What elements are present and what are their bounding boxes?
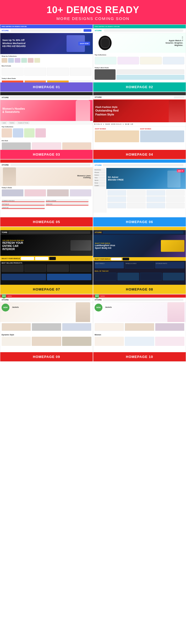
hp03-filter-2[interactable]: Fashion — [9, 122, 15, 124]
hp08-select-title: SELECT YOUR VEHICLE — [95, 258, 110, 260]
hp08-select-btn[interactable] — [123, 258, 129, 260]
hp05-categories: SUMMER DRESSES JEANS & DENIM KNITWEAR SW… — [0, 198, 93, 210]
hp02-tc-2 — [117, 57, 139, 65]
hp05-logo: XTORE — [2, 164, 9, 166]
hp03-topbar — [0, 92, 93, 95]
hp01-collections: Shop by Collections — [0, 54, 93, 64]
hp06-prod-1 — [107, 190, 126, 196]
hp10-label[interactable]: HOMEPAGE 10 — [93, 352, 186, 361]
hp10-new-badge-hero: NEW — [95, 304, 102, 312]
hp06-prod-11 — [146, 203, 165, 208]
hp02-deals: Today's Best Deals — [93, 66, 186, 81]
hp02-watch — [99, 36, 112, 50]
hp04-hero: Flash Fashion StyleOutstanding RedFashio… — [93, 100, 186, 122]
hp09-new-badge-hero: NEW — [2, 304, 9, 312]
hp09-search[interactable] — [10, 298, 90, 301]
hp05-deal-3 — [47, 189, 69, 197]
hp09-bag-2 — [32, 337, 61, 346]
hp08-cat-3[interactable]: EXTERIOR PARTS — [155, 262, 184, 268]
hp10-prod-2 — [125, 323, 154, 331]
hp03-filter-1[interactable]: Latest — [1, 122, 7, 124]
hp06-sidebar-item-6[interactable]: Home — [94, 182, 105, 184]
hp01-col-5 — [28, 58, 34, 63]
hp02-hero:  Apple Watch 7Smarter. Brighter.Mightie… — [93, 33, 186, 53]
hp01-products-row — [2, 68, 91, 76]
hp05-cat-1[interactable]: SUMMER DRESSES — [2, 199, 45, 202]
hp06-prod-row-2 — [107, 196, 185, 202]
hp04-nav: XTORE — [93, 95, 186, 100]
hp09-new-badge: NEW — [2, 294, 6, 298]
hp05-deal-1 — [2, 189, 24, 197]
hp08-label[interactable]: HOMEPAGE 08 — [93, 285, 186, 294]
hp05-cat-5[interactable]: CROPTOP — [2, 206, 45, 209]
hp08-mock: XTORE SELECT YOUR VEHICLE Lamborghini Ur… — [93, 227, 186, 285]
hp02-deal-row — [95, 69, 184, 80]
hp03-filter-3[interactable]: Creative & Trendy — [17, 122, 29, 124]
hp09-label[interactable]: HOMEPAGE 09 — [0, 352, 93, 361]
hp01-search[interactable] — [11, 29, 81, 32]
hp03-search[interactable] — [10, 96, 90, 99]
hp01-logo: XTORE — [2, 29, 9, 32]
hp06-sidebar-item-3[interactable]: Kitchen — [94, 174, 105, 176]
hp02-deals-title: Today's Best Deals — [95, 67, 184, 68]
hp10-section-text: Women — [93, 333, 186, 337]
hp06-prod-row-1 — [107, 190, 185, 196]
demo-preview-hp10: NEW Jackets XTORE NEW Jackets — [93, 294, 186, 352]
hp06-sidebar-nav: Electronics Phones Kitchen Tools Sports … — [93, 168, 186, 213]
hp09-hero: NEW Jackets — [0, 302, 93, 322]
hp07-banner-1 — [2, 274, 46, 280]
hp08-select-1[interactable] — [111, 258, 122, 260]
hp06-sidebar-item-5[interactable]: Sports — [94, 179, 105, 181]
hp05-cat-3[interactable]: KNITWEAR — [2, 203, 45, 205]
hp04-label[interactable]: HOMEPAGE 04 — [93, 150, 186, 159]
hp06-prod-3 — [146, 190, 165, 196]
hp02-search[interactable] — [104, 29, 183, 32]
hp05-search[interactable] — [10, 163, 90, 166]
hp06-sidebar-item-7[interactable]: Garden — [94, 184, 105, 187]
hp08-cat-1[interactable]: BODY PANELS — [95, 262, 124, 268]
hp06-sidebar-item-2[interactable]: Phones — [94, 171, 105, 173]
hp02-tc-3 — [140, 57, 162, 65]
hp05-cat-2[interactable]: JEANS & DENIM — [46, 199, 89, 202]
hp07-select-2[interactable] — [35, 257, 48, 260]
hp10-prod-3 — [155, 323, 184, 331]
hp07-select-1[interactable] — [21, 257, 34, 260]
hp03-label[interactable]: HOMEPAGE 03 — [0, 150, 93, 159]
hp07-topbar — [0, 227, 93, 230]
hp07-select-btn[interactable] — [49, 257, 56, 260]
hp05-cat-4[interactable]: SWEATER — [46, 203, 89, 205]
hp09-products — [0, 322, 93, 333]
hp02-label[interactable]: HOMEPAGE 02 — [93, 82, 186, 92]
hp03-tc-grid — [2, 128, 91, 138]
hp01-nav-btn — [84, 29, 91, 32]
hp07-prod-2 — [24, 265, 46, 272]
hp03-hero: Women's Hoodies& Sweatshirts — [0, 100, 93, 121]
hp04-shop-title-1: SHOP WOMEN — [95, 128, 139, 130]
hp02-tc-1 — [95, 57, 117, 65]
demo-item-hp05: XTORE Women's LinenClothing Today's Deal… — [0, 159, 93, 227]
hp07-label[interactable]: HOMEPAGE 07 — [0, 285, 93, 294]
hp01-hero: Save Up To 30% OffWireless MechanicalKB … — [0, 33, 93, 54]
hp01-label[interactable]: HOMEPAGE 01 — [0, 82, 93, 92]
hp04-prod-2 — [140, 130, 184, 142]
hp07-prod-1 — [2, 265, 24, 272]
hp06-label[interactable]: HOMEPAGE 06 — [93, 217, 186, 226]
hp08-logo: XTORE — [95, 231, 102, 234]
hp06-sidebar-item-1[interactable]: Electronics — [94, 169, 105, 171]
hp06-sidebar-item-4[interactable]: Tools — [94, 177, 105, 179]
hp05-label[interactable]: HOMEPAGE 05 — [0, 217, 93, 226]
hp04-logo: XTORE — [95, 96, 102, 98]
hp08-categories: BODY PANELS WHEELS & DOES EXTERIOR PARTS — [93, 261, 186, 270]
hp09-bag-row — [0, 337, 93, 346]
hp04-prod-1 — [95, 130, 139, 142]
hp05-deals-row — [2, 189, 91, 197]
hp10-search[interactable] — [103, 298, 183, 301]
hp08-cat-2[interactable]: WHEELS & DOES — [125, 262, 154, 268]
hp06-search[interactable] — [103, 164, 183, 166]
hp04-nav-search[interactable] — [174, 96, 184, 99]
hp08-search[interactable] — [103, 231, 183, 234]
hp10-products — [93, 322, 186, 333]
hp01-deal-row — [2, 80, 91, 82]
hp07-search[interactable] — [8, 231, 90, 234]
hp02-logo: XTORE — [95, 29, 102, 32]
